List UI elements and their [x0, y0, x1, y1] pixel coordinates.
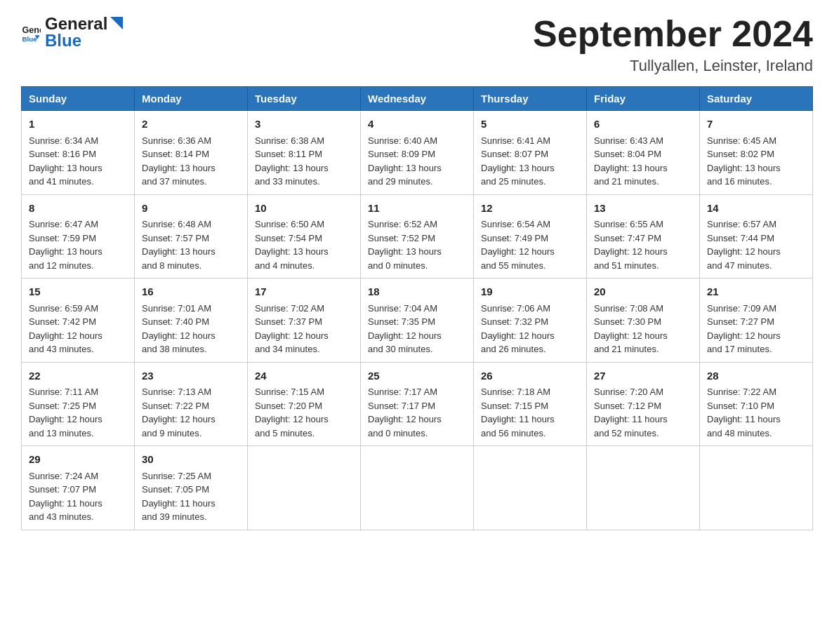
day-number: 4: [368, 116, 466, 133]
calendar-cell: 26 Sunrise: 7:18 AMSunset: 7:15 PMDaylig…: [474, 362, 587, 446]
day-number: 29: [29, 452, 127, 468]
day-number: 17: [255, 284, 353, 300]
day-number: 19: [481, 284, 579, 300]
day-info: Sunrise: 7:02 AMSunset: 7:37 PMDaylight:…: [255, 303, 329, 355]
day-number: 8: [29, 201, 127, 217]
day-number: 13: [594, 201, 692, 217]
calendar-cell: 21 Sunrise: 7:09 AMSunset: 7:27 PMDaylig…: [700, 279, 813, 363]
day-info: Sunrise: 7:06 AMSunset: 7:32 PMDaylight:…: [481, 303, 555, 355]
day-info: Sunrise: 7:08 AMSunset: 7:30 PMDaylight:…: [594, 303, 668, 355]
day-info: Sunrise: 6:50 AMSunset: 7:54 PMDaylight:…: [255, 219, 329, 271]
day-info: Sunrise: 6:55 AMSunset: 7:47 PMDaylight:…: [594, 219, 668, 271]
day-number: 6: [594, 116, 692, 133]
logo-blue: Blue: [45, 31, 123, 51]
day-info: Sunrise: 7:18 AMSunset: 7:15 PMDaylight:…: [481, 387, 555, 438]
calendar-cell: [700, 446, 813, 530]
svg-text:Blue: Blue: [22, 35, 37, 42]
header-monday: Monday: [135, 87, 248, 111]
day-info: Sunrise: 6:45 AMSunset: 8:02 PMDaylight:…: [707, 135, 781, 187]
week-row-2: 8 Sunrise: 6:47 AMSunset: 7:59 PMDayligh…: [22, 194, 813, 279]
day-info: Sunrise: 6:38 AMSunset: 8:11 PMDaylight:…: [255, 135, 329, 187]
day-number: 16: [142, 284, 240, 300]
day-number: 20: [594, 284, 692, 300]
calendar-cell: 6 Sunrise: 6:43 AMSunset: 8:04 PMDayligh…: [587, 111, 700, 195]
day-info: Sunrise: 7:04 AMSunset: 7:35 PMDaylight:…: [368, 303, 442, 355]
calendar-cell: 8 Sunrise: 6:47 AMSunset: 7:59 PMDayligh…: [22, 194, 135, 279]
day-number: 7: [707, 116, 805, 133]
calendar-cell: 29 Sunrise: 7:24 AMSunset: 7:07 PMDaylig…: [22, 446, 135, 530]
calendar-cell: 14 Sunrise: 6:57 AMSunset: 7:44 PMDaylig…: [700, 194, 813, 279]
calendar-cell: 23 Sunrise: 7:13 AMSunset: 7:22 PMDaylig…: [135, 362, 248, 446]
month-title: September 2024: [533, 14, 813, 54]
svg-text:General: General: [22, 25, 41, 35]
day-info: Sunrise: 7:24 AMSunset: 7:07 PMDaylight:…: [29, 471, 102, 523]
day-number: 3: [255, 116, 353, 133]
day-info: Sunrise: 6:40 AMSunset: 8:09 PMDaylight:…: [368, 135, 442, 187]
calendar-cell: 27 Sunrise: 7:20 AMSunset: 7:12 PMDaylig…: [587, 362, 700, 446]
calendar-table: SundayMondayTuesdayWednesdayThursdayFrid…: [21, 86, 813, 530]
day-info: Sunrise: 6:59 AMSunset: 7:42 PMDaylight:…: [29, 303, 102, 355]
day-number: 30: [142, 452, 240, 468]
day-info: Sunrise: 6:47 AMSunset: 7:59 PMDaylight:…: [29, 219, 102, 271]
day-info: Sunrise: 6:52 AMSunset: 7:52 PMDaylight:…: [368, 219, 442, 271]
calendar-cell: 5 Sunrise: 6:41 AMSunset: 8:07 PMDayligh…: [474, 111, 587, 195]
day-number: 2: [142, 116, 240, 133]
calendar-cell: [474, 446, 587, 530]
calendar-cell: 11 Sunrise: 6:52 AMSunset: 7:52 PMDaylig…: [361, 194, 474, 279]
calendar-cell: 17 Sunrise: 7:02 AMSunset: 7:37 PMDaylig…: [248, 279, 361, 363]
day-number: 12: [481, 201, 579, 217]
header-thursday: Thursday: [474, 87, 587, 111]
week-row-5: 29 Sunrise: 7:24 AMSunset: 7:07 PMDaylig…: [22, 446, 813, 530]
day-number: 9: [142, 201, 240, 217]
day-number: 18: [368, 284, 466, 300]
page-header: General Blue General Blue September 2024…: [21, 14, 813, 75]
header-saturday: Saturday: [700, 87, 813, 111]
calendar-cell: 16 Sunrise: 7:01 AMSunset: 7:40 PMDaylig…: [135, 279, 248, 363]
day-info: Sunrise: 7:15 AMSunset: 7:20 PMDaylight:…: [255, 387, 329, 438]
calendar-cell: 15 Sunrise: 6:59 AMSunset: 7:42 PMDaylig…: [22, 279, 135, 363]
day-info: Sunrise: 6:54 AMSunset: 7:49 PMDaylight:…: [481, 219, 555, 271]
day-info: Sunrise: 6:43 AMSunset: 8:04 PMDaylight:…: [594, 135, 668, 187]
day-number: 1: [29, 116, 127, 133]
day-info: Sunrise: 7:25 AMSunset: 7:05 PMDaylight:…: [142, 471, 216, 523]
day-number: 10: [255, 201, 353, 217]
header-friday: Friday: [587, 87, 700, 111]
calendar-cell: 10 Sunrise: 6:50 AMSunset: 7:54 PMDaylig…: [248, 194, 361, 279]
day-info: Sunrise: 7:22 AMSunset: 7:10 PMDaylight:…: [707, 387, 781, 438]
calendar-cell: 1 Sunrise: 6:34 AMSunset: 8:16 PMDayligh…: [22, 111, 135, 195]
day-number: 26: [481, 368, 579, 384]
calendar-cell: [587, 446, 700, 530]
day-number: 27: [594, 368, 692, 384]
location-subtitle: Tullyallen, Leinster, Ireland: [533, 57, 813, 75]
day-info: Sunrise: 6:41 AMSunset: 8:07 PMDaylight:…: [481, 135, 555, 187]
weekday-header-row: SundayMondayTuesdayWednesdayThursdayFrid…: [22, 87, 813, 111]
day-info: Sunrise: 7:20 AMSunset: 7:12 PMDaylight:…: [594, 387, 668, 438]
header-sunday: Sunday: [22, 87, 135, 111]
header-tuesday: Tuesday: [248, 87, 361, 111]
logo-triangle-icon: [110, 17, 123, 29]
calendar-cell: 20 Sunrise: 7:08 AMSunset: 7:30 PMDaylig…: [587, 279, 700, 363]
calendar-cell: 9 Sunrise: 6:48 AMSunset: 7:57 PMDayligh…: [135, 194, 248, 279]
day-number: 5: [481, 116, 579, 133]
week-row-3: 15 Sunrise: 6:59 AMSunset: 7:42 PMDaylig…: [22, 279, 813, 363]
day-number: 23: [142, 368, 240, 384]
calendar-cell: 7 Sunrise: 6:45 AMSunset: 8:02 PMDayligh…: [700, 111, 813, 195]
day-info: Sunrise: 7:09 AMSunset: 7:27 PMDaylight:…: [707, 303, 781, 355]
day-number: 11: [368, 201, 466, 217]
day-info: Sunrise: 6:48 AMSunset: 7:57 PMDaylight:…: [142, 219, 216, 271]
calendar-cell: [248, 446, 361, 530]
calendar-cell: 19 Sunrise: 7:06 AMSunset: 7:32 PMDaylig…: [474, 279, 587, 363]
calendar-cell: [361, 446, 474, 530]
day-number: 21: [707, 284, 805, 300]
day-info: Sunrise: 7:01 AMSunset: 7:40 PMDaylight:…: [142, 303, 216, 355]
day-info: Sunrise: 6:34 AMSunset: 8:16 PMDaylight:…: [29, 135, 102, 187]
calendar-cell: 30 Sunrise: 7:25 AMSunset: 7:05 PMDaylig…: [135, 446, 248, 530]
calendar-cell: 22 Sunrise: 7:11 AMSunset: 7:25 PMDaylig…: [22, 362, 135, 446]
calendar-cell: 12 Sunrise: 6:54 AMSunset: 7:49 PMDaylig…: [474, 194, 587, 279]
day-info: Sunrise: 7:11 AMSunset: 7:25 PMDaylight:…: [29, 387, 102, 438]
calendar-cell: 28 Sunrise: 7:22 AMSunset: 7:10 PMDaylig…: [700, 362, 813, 446]
calendar-cell: 25 Sunrise: 7:17 AMSunset: 7:17 PMDaylig…: [361, 362, 474, 446]
calendar-cell: 24 Sunrise: 7:15 AMSunset: 7:20 PMDaylig…: [248, 362, 361, 446]
day-info: Sunrise: 6:57 AMSunset: 7:44 PMDaylight:…: [707, 219, 781, 271]
svg-marker-3: [110, 17, 123, 29]
